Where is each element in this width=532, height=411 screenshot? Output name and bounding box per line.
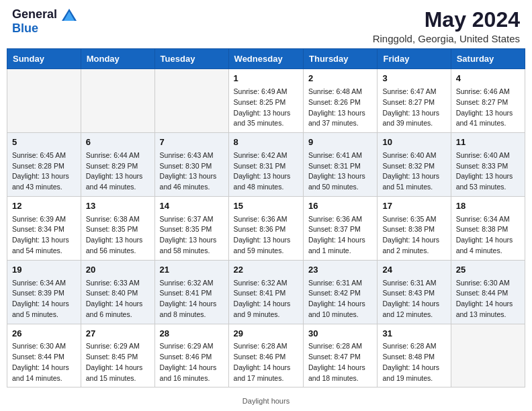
day-info: Sunrise: 6:43 AMSunset: 8:30 PMDaylight:… [160, 150, 224, 193]
location-title: Ringgold, Georgia, United States [373, 33, 520, 44]
calendar-cell: 9Sunrise: 6:41 AMSunset: 8:31 PMDaylight… [304, 133, 378, 197]
day-number: 21 [160, 264, 224, 277]
calendar-cell [154, 69, 228, 133]
calendar-header-row: SundayMondayTuesdayWednesdayThursdayFrid… [7, 49, 525, 69]
calendar-week-5: 26Sunrise: 6:30 AMSunset: 8:44 PMDayligh… [7, 324, 525, 387]
calendar: SundayMondayTuesdayWednesdayThursdayFrid… [7, 48, 525, 387]
calendar-cell: 25Sunrise: 6:30 AMSunset: 8:44 PMDayligh… [451, 260, 525, 324]
calendar-week-4: 19Sunrise: 6:34 AMSunset: 8:39 PMDayligh… [7, 260, 525, 324]
calendar-cell: 3Sunrise: 6:47 AMSunset: 8:27 PMDaylight… [378, 69, 451, 133]
calendar-cell: 24Sunrise: 6:31 AMSunset: 8:43 PMDayligh… [378, 260, 451, 324]
day-number: 22 [234, 264, 298, 277]
day-number: 23 [308, 264, 372, 277]
footer: Daylight hours [0, 394, 532, 409]
col-header-tuesday: Tuesday [154, 49, 228, 69]
day-number: 24 [382, 264, 445, 277]
calendar-cell: 13Sunrise: 6:38 AMSunset: 8:35 PMDayligh… [81, 196, 154, 260]
col-header-thursday: Thursday [304, 49, 378, 69]
day-number: 13 [86, 200, 150, 213]
calendar-cell: 5Sunrise: 6:45 AMSunset: 8:28 PMDaylight… [7, 133, 81, 197]
day-number: 19 [12, 264, 76, 277]
day-number: 1 [234, 73, 298, 85]
day-info: Sunrise: 6:34 AMSunset: 8:38 PMDaylight:… [456, 214, 520, 257]
calendar-cell [7, 69, 81, 133]
day-number: 10 [382, 136, 445, 149]
month-title: May 2024 [373, 8, 520, 32]
col-header-friday: Friday [378, 49, 451, 69]
day-info: Sunrise: 6:29 AMSunset: 8:46 PMDaylight:… [160, 341, 224, 383]
calendar-cell: 27Sunrise: 6:29 AMSunset: 8:45 PMDayligh… [81, 324, 154, 387]
logo-blue: Blue [12, 21, 38, 35]
calendar-cell: 19Sunrise: 6:34 AMSunset: 8:39 PMDayligh… [7, 260, 81, 324]
day-info: Sunrise: 6:33 AMSunset: 8:40 PMDaylight:… [86, 278, 150, 320]
col-header-sunday: Sunday [7, 49, 81, 69]
calendar-cell: 29Sunrise: 6:28 AMSunset: 8:46 PMDayligh… [228, 324, 303, 387]
day-number: 28 [160, 328, 224, 340]
calendar-cell [81, 69, 154, 133]
day-info: Sunrise: 6:37 AMSunset: 8:35 PMDaylight:… [160, 214, 224, 257]
col-header-monday: Monday [81, 49, 154, 69]
day-info: Sunrise: 6:30 AMSunset: 8:44 PMDaylight:… [12, 341, 76, 383]
calendar-cell: 2Sunrise: 6:48 AMSunset: 8:26 PMDaylight… [304, 69, 378, 133]
day-info: Sunrise: 6:28 AMSunset: 8:46 PMDaylight:… [234, 341, 298, 383]
calendar-cell: 14Sunrise: 6:37 AMSunset: 8:35 PMDayligh… [154, 196, 228, 260]
daylight-label: Daylight hours [242, 397, 290, 405]
day-info: Sunrise: 6:38 AMSunset: 8:35 PMDaylight:… [86, 214, 150, 257]
day-number: 5 [12, 136, 76, 149]
day-info: Sunrise: 6:39 AMSunset: 8:34 PMDaylight:… [12, 214, 76, 257]
day-info: Sunrise: 6:42 AMSunset: 8:31 PMDaylight:… [234, 150, 298, 193]
calendar-cell [451, 324, 525, 387]
day-number: 29 [234, 328, 298, 340]
day-info: Sunrise: 6:28 AMSunset: 8:48 PMDaylight:… [382, 341, 445, 383]
day-info: Sunrise: 6:31 AMSunset: 8:42 PMDaylight:… [308, 278, 372, 320]
logo-text: General Blue [12, 8, 77, 36]
day-number: 18 [456, 200, 520, 213]
calendar-cell: 7Sunrise: 6:43 AMSunset: 8:30 PMDaylight… [154, 133, 228, 197]
calendar-cell: 15Sunrise: 6:36 AMSunset: 8:36 PMDayligh… [228, 196, 303, 260]
day-info: Sunrise: 6:29 AMSunset: 8:45 PMDaylight:… [86, 341, 150, 383]
day-number: 20 [86, 264, 150, 277]
day-number: 25 [456, 264, 520, 277]
calendar-cell: 28Sunrise: 6:29 AMSunset: 8:46 PMDayligh… [154, 324, 228, 387]
logo-icon [62, 9, 77, 21]
day-number: 11 [456, 136, 520, 149]
day-info: Sunrise: 6:30 AMSunset: 8:44 PMDaylight:… [456, 278, 520, 320]
day-info: Sunrise: 6:31 AMSunset: 8:43 PMDaylight:… [382, 278, 445, 320]
day-info: Sunrise: 6:32 AMSunset: 8:41 PMDaylight:… [234, 278, 298, 320]
calendar-cell: 1Sunrise: 6:49 AMSunset: 8:25 PMDaylight… [228, 69, 303, 133]
day-number: 15 [234, 200, 298, 213]
calendar-cell: 31Sunrise: 6:28 AMSunset: 8:48 PMDayligh… [378, 324, 451, 387]
day-number: 26 [12, 328, 76, 340]
day-number: 6 [86, 136, 150, 149]
title-block: May 2024 Ringgold, Georgia, United State… [373, 8, 520, 44]
calendar-cell: 22Sunrise: 6:32 AMSunset: 8:41 PMDayligh… [228, 260, 303, 324]
day-info: Sunrise: 6:47 AMSunset: 8:27 PMDaylight:… [382, 87, 445, 129]
day-number: 27 [86, 328, 150, 340]
day-info: Sunrise: 6:48 AMSunset: 8:26 PMDaylight:… [308, 87, 372, 129]
day-info: Sunrise: 6:32 AMSunset: 8:41 PMDaylight:… [160, 278, 224, 320]
day-number: 31 [382, 328, 445, 340]
calendar-cell: 23Sunrise: 6:31 AMSunset: 8:42 PMDayligh… [304, 260, 378, 324]
day-info: Sunrise: 6:40 AMSunset: 8:32 PMDaylight:… [382, 150, 445, 193]
day-info: Sunrise: 6:35 AMSunset: 8:38 PMDaylight:… [382, 214, 445, 257]
calendar-cell: 11Sunrise: 6:40 AMSunset: 8:33 PMDayligh… [451, 133, 525, 197]
day-number: 3 [382, 73, 445, 85]
day-info: Sunrise: 6:41 AMSunset: 8:31 PMDaylight:… [308, 150, 372, 193]
day-info: Sunrise: 6:36 AMSunset: 8:37 PMDaylight:… [308, 214, 372, 257]
calendar-cell: 21Sunrise: 6:32 AMSunset: 8:41 PMDayligh… [154, 260, 228, 324]
day-info: Sunrise: 6:34 AMSunset: 8:39 PMDaylight:… [12, 278, 76, 320]
logo: General Blue [12, 8, 77, 36]
day-number: 9 [308, 136, 372, 149]
day-info: Sunrise: 6:49 AMSunset: 8:25 PMDaylight:… [234, 87, 298, 129]
calendar-cell: 6Sunrise: 6:44 AMSunset: 8:29 PMDaylight… [81, 133, 154, 197]
col-header-saturday: Saturday [451, 49, 525, 69]
col-header-wednesday: Wednesday [228, 49, 303, 69]
day-info: Sunrise: 6:45 AMSunset: 8:28 PMDaylight:… [12, 150, 76, 193]
day-number: 8 [234, 136, 298, 149]
calendar-cell: 10Sunrise: 6:40 AMSunset: 8:32 PMDayligh… [378, 133, 451, 197]
day-number: 14 [160, 200, 224, 213]
day-info: Sunrise: 6:36 AMSunset: 8:36 PMDaylight:… [234, 214, 298, 257]
calendar-cell: 30Sunrise: 6:28 AMSunset: 8:47 PMDayligh… [304, 324, 378, 387]
day-number: 2 [308, 73, 372, 85]
calendar-cell: 26Sunrise: 6:30 AMSunset: 8:44 PMDayligh… [7, 324, 81, 387]
